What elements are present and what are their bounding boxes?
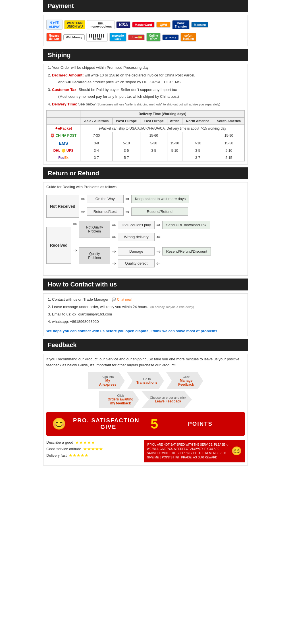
- contact-item-2: Leave message under order, will reply yo…: [52, 303, 245, 311]
- fedex-logo: FedEx: [58, 156, 68, 160]
- holiday-delay-note: (In holiday, maybe a little delay): [150, 305, 194, 309]
- contact-title: How to Contact with us: [43, 279, 248, 290]
- quality-items: ⇒ Damage ⇒ Resend/Refund/Discount: [110, 247, 211, 270]
- feedback-description: If you Recommand our Product, our Servic…: [46, 356, 245, 368]
- damage-box: Damage: [118, 247, 155, 255]
- arrow-1: ⇒: [81, 196, 85, 202]
- step4-title: Click: [117, 394, 124, 397]
- arrow-12: ⇒: [156, 248, 161, 255]
- on-the-way-box: On the Way: [87, 195, 124, 203]
- shipping-content: Your Order will be shipped within Promis…: [43, 64, 248, 165]
- send-url-box: Send URL download link: [162, 221, 210, 229]
- rating-item-3: Delivery fast ★★★★★: [46, 453, 141, 458]
- yandex-logo: ЯндексДеньги: [46, 33, 62, 41]
- fedex-west-europe: 5-7: [113, 154, 140, 161]
- arrow-3: ⇒: [81, 209, 85, 215]
- arrow-8: ⇒: [112, 234, 116, 240]
- rating-label-2: Good service attitude: [46, 447, 81, 451]
- rating-item-1: Describe a good ★★★★★: [46, 440, 141, 445]
- table-col-africa: Africa: [167, 118, 182, 125]
- ems-logo: EMS: [59, 141, 68, 146]
- rating-stars-3: ★★★★★: [68, 453, 88, 458]
- arrow-6: ⇒: [112, 222, 116, 228]
- return-content: Guide for Dealing with Problems as follo…: [43, 182, 248, 276]
- alipay-logo: 支付宝ALIPAY: [46, 20, 63, 30]
- received-section: Received ⇒ Not Quality Problem ⇒: [46, 221, 245, 270]
- step-manage-feedback: Click ManageFeedback: [166, 372, 203, 389]
- rating-right: IF YOU ARE NOT SATISFIED WITH THE SERVIC…: [144, 440, 245, 462]
- maestro-logo: Maestro: [191, 22, 208, 28]
- chinapost-north-america: [182, 132, 213, 139]
- feedback-content: If you Recommand our Product, our Servic…: [43, 354, 248, 466]
- keep-patient-box: Keep patient to wait more days: [131, 195, 190, 203]
- ems-africa: 15-30: [167, 139, 182, 147]
- payment-logos-container: 支付宝ALIPAY WESTERNUNION WU (((((moneybook…: [43, 15, 248, 46]
- epacket-logo: ✈ePacket: [55, 126, 72, 130]
- epay-logo: OnlineePay: [146, 33, 161, 41]
- arrow-4: ⇒: [125, 209, 130, 215]
- arrow-7: ⇒: [156, 222, 161, 228]
- step3-main: ManageFeedback: [178, 379, 194, 387]
- feedback-steps-row1: Sign into MyAliexpress Go to Transaction…: [46, 372, 245, 389]
- ems-west-europe: 5-10: [113, 139, 140, 147]
- customer-tax-label: Customer Tax:: [52, 88, 78, 92]
- not-received-flows: ⇒ On the Way ⇒ Keep patient to wait more…: [79, 195, 190, 218]
- dhl-asia: 3-4: [80, 147, 113, 154]
- step-leave-feedback: Choose on order and click Leave Feedback: [141, 391, 192, 408]
- received-box: Received: [46, 227, 71, 264]
- flow-diagram: Not Received ⇒ On the Way ⇒ Keep patient…: [46, 192, 245, 273]
- step3-title: Click: [183, 375, 190, 379]
- moneybookers-logo: (((((moneybookers: [87, 20, 114, 29]
- payment-section: Payment 支付宝ALIPAY WESTERNUNION WU (((((m…: [43, 0, 248, 46]
- dhl-africa: 5-10: [167, 147, 182, 154]
- chinapost-east-europe: 15-60: [140, 132, 167, 139]
- shipping-section: Shiping Your Order will be shipped withi…: [43, 49, 248, 165]
- table-row-epacket: ✈ePacket ePacket can ship to USA/AU/UK/F…: [47, 125, 245, 132]
- rating-row: Describe a good ★★★★★ Good service attit…: [46, 440, 245, 462]
- shipping-list: Your Order will be shipped within Promis…: [46, 64, 245, 107]
- dhl-logo: DHL 🟡 UPS: [53, 149, 74, 153]
- received-flows: ⇒ Not Quality Problem ⇒ DVD couldn't pla…: [71, 221, 211, 270]
- arrow-11: ⇒: [112, 248, 116, 255]
- contact-item-4: whatsapp: +8618968063920: [52, 318, 245, 325]
- chinapost-south-america: 15-90: [213, 132, 245, 139]
- dvd-box: DVD couldn't play: [118, 221, 155, 229]
- table-col-south-america: South America: [213, 118, 245, 125]
- giropay-logo: giropay: [162, 34, 179, 40]
- fedex-east-europe: -----: [140, 154, 167, 161]
- step1-main: MyAliexpress: [99, 379, 117, 387]
- chat-now-label: 💬 Chat now!: [112, 298, 132, 302]
- arrow-10: ⇒: [73, 247, 77, 254]
- dispute-warning: We hope you can contact with us before y…: [46, 329, 245, 333]
- return-guide-text: Guide for Dealing with Problems as follo…: [46, 185, 245, 189]
- delivery-time-label: Delivery Time:: [52, 102, 77, 106]
- feedback-section: Feedback If you Recommand our Product, o…: [43, 339, 248, 466]
- rating-label-3: Delivery fast: [46, 453, 67, 458]
- contact-section: How to Contact with us Contact with us o…: [43, 279, 248, 336]
- contact-item-1: Contact with us on Trade Manager 💬 Chat …: [52, 296, 245, 303]
- delivery-table: Delivery Time (Working days) Asia / Aust…: [46, 110, 245, 161]
- resend-refund-box: Resend/Refund: [131, 207, 188, 216]
- shipping-item-4: Delivery Time: See below (Sometimes will…: [52, 101, 245, 107]
- fedex-north-america: 3-7: [182, 154, 213, 161]
- step-go-to-transactions: Go to Transactions: [127, 372, 164, 389]
- shipping-item-3: Customer Tax: Should be Paid by buyer. S…: [52, 86, 245, 100]
- wrong-delivery-box: Wrong delivery: [118, 233, 155, 241]
- step2-title: Go to: [143, 377, 151, 381]
- table-col-west-europe: West Europe: [113, 118, 140, 125]
- satisfaction-banner: 😊 PRO. SATISFACTION GIVE 5 POINTS: [46, 412, 245, 436]
- contact-list: Contact with us on Trade Manager 💬 Chat …: [46, 296, 245, 325]
- damage-row: ⇒ Damage ⇒ Resend/Refund/Discount: [110, 247, 211, 255]
- chinapost-asia: 7-30: [80, 132, 113, 139]
- mercadopago-logo: mercadopago: [109, 33, 126, 41]
- shipping-title: Shiping: [43, 49, 248, 61]
- banktransfer-logo: bankTransfer: [172, 20, 190, 29]
- visa-logo: VISA: [116, 21, 131, 28]
- dhl-logo-cell: DHL 🟡 UPS: [47, 147, 80, 154]
- rating-stars-1: ★★★★★: [75, 440, 95, 445]
- rating-label-1: Describe a good: [46, 440, 73, 444]
- ems-asia: 3-8: [80, 139, 113, 147]
- return-title: Return or Refund: [43, 167, 248, 179]
- contact-content: Contact with us on Trade Manager 💬 Chat …: [43, 293, 248, 336]
- quality-defect-row: ⇒ Quality defect ⇐: [110, 259, 211, 267]
